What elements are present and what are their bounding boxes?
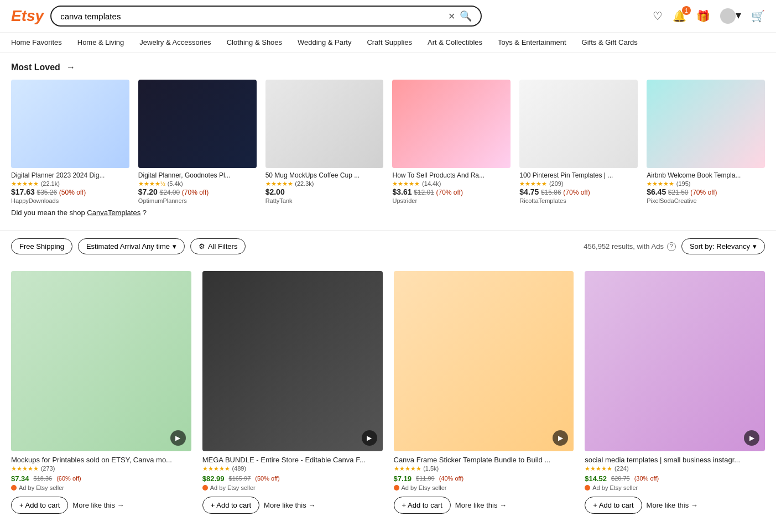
product-image[interactable]: ▶ — [585, 271, 765, 451]
product-image[interactable]: ▶ — [202, 271, 383, 451]
review-count: (224) — [614, 465, 629, 472]
add-to-cart-button[interactable]: + Add to cart — [394, 497, 451, 514]
most-loved-item[interactable]: How To Sell Products And Ra... ★★★★★ (14… — [392, 80, 511, 204]
most-loved-item[interactable]: 50 Mug MockUps Coffee Cup ... ★★★★★ (22.… — [265, 80, 384, 204]
ad-dot — [11, 485, 17, 491]
play-button[interactable]: ▶ — [170, 430, 186, 446]
price-current: $7.34 — [11, 474, 29, 483]
filter-icon: ⚙ — [199, 242, 205, 251]
nav-item-home-favorites[interactable]: Home Favorites — [11, 38, 62, 46]
product-rating: ★★★★★ (22.3k) — [265, 179, 384, 187]
product-image — [647, 80, 765, 168]
review-count: (273) — [41, 465, 55, 472]
search-input[interactable] — [60, 12, 448, 21]
notifications-icon[interactable]: 🔔 1 — [673, 9, 686, 23]
most-loved-item[interactable]: Digital Planner 2023 2024 Dig... ★★★★★ (… — [11, 80, 129, 204]
estimated-arrival-filter[interactable]: Estimated Arrival Any time ▾ — [78, 238, 185, 254]
more-like-this-button[interactable]: More like this → — [455, 501, 507, 509]
product-pricing: $4.75 $15.86 (70% off) — [519, 187, 638, 196]
play-button[interactable]: ▶ — [744, 430, 759, 446]
stars: ★★★★★ — [202, 465, 230, 472]
product-title: Canva Frame Sticker Template Bundle to B… — [394, 456, 574, 464]
all-filters-button[interactable]: ⚙ All Filters — [190, 238, 246, 254]
review-count: (22.1k) — [41, 180, 60, 187]
product-title: Digital Planner, Goodnotes Pl... — [138, 171, 257, 179]
favorites-icon[interactable]: ♡ — [653, 9, 663, 23]
product-rating: ★★★★½ (5.4k) — [138, 179, 257, 187]
search-icon[interactable]: 🔍 — [460, 10, 472, 22]
nav-item-clothing-&-shoes[interactable]: Clothing & Shoes — [227, 38, 282, 46]
product-card: ▶ Canva Frame Sticker Template Bundle to… — [394, 271, 574, 514]
did-you-mean-link[interactable]: CanvaTemplates — [87, 208, 140, 217]
nav-item-toys-&-entertainment[interactable]: Toys & Entertainment — [498, 38, 566, 46]
product-title: social media templates | small business … — [585, 456, 765, 464]
more-like-this-button[interactable]: More like this → — [264, 501, 315, 509]
product-image — [11, 80, 129, 168]
product-rating: ★★★★★ (1.5k) — [394, 464, 574, 472]
play-button[interactable]: ▶ — [553, 430, 568, 446]
clear-icon[interactable]: ✕ — [448, 11, 455, 22]
results-info: 456,952 results, with Ads ? — [584, 242, 676, 251]
stars: ★★★★★ — [519, 180, 547, 187]
more-like-this-button[interactable]: More like this → — [72, 501, 124, 509]
did-you-mean: Did you mean the shop CanvaTemplates ? — [0, 204, 776, 221]
add-to-cart-button[interactable]: + Add to cart — [11, 497, 68, 514]
price-current: $7.20 — [138, 187, 158, 196]
add-to-cart-button[interactable]: + Add to cart — [202, 497, 259, 514]
play-button[interactable]: ▶ — [362, 430, 377, 446]
price-original: $12.01 — [414, 189, 434, 196]
price-current: $3.61 — [392, 187, 412, 196]
price-current: $6.45 — [647, 187, 666, 196]
free-shipping-filter[interactable]: Free Shipping — [11, 238, 72, 254]
nav-item-art-&-collectibles[interactable]: Art & Collectibles — [428, 38, 482, 46]
add-to-cart-button[interactable]: + Add to cart — [585, 497, 642, 514]
nav-item-wedding-&-party[interactable]: Wedding & Party — [298, 38, 351, 46]
info-icon[interactable]: ? — [667, 242, 676, 251]
product-title: MEGA BUNDLE - Entire Store - Editable Ca… — [202, 456, 383, 464]
nav-item-jewelry-&-accessories[interactable]: Jewelry & Accessories — [139, 38, 211, 46]
product-pricing: $17.63 $35.26 (50% off) — [11, 187, 129, 196]
shop-name: PixelSodaCreative — [647, 197, 765, 204]
sort-button[interactable]: Sort by: Relevancy ▾ — [681, 238, 765, 254]
product-image[interactable]: ▶ — [11, 271, 191, 451]
price-discount: (70% off) — [563, 189, 590, 196]
most-loved-item[interactable]: Airbnb Welcome Book Templa... ★★★★★ (195… — [647, 80, 765, 204]
ad-dot — [585, 485, 590, 491]
product-pricing: $7.34 $18.36 (60% off) — [11, 474, 191, 483]
product-pricing: $7.20 $24.00 (70% off) — [138, 187, 257, 196]
product-image — [392, 80, 511, 168]
product-title: Airbnb Welcome Book Templa... — [647, 171, 765, 179]
header: Etsy ✕ 🔍 ♡ 🔔 1 🎁 ▾ 🛒 — [0, 0, 776, 33]
most-loved-title[interactable]: Most Loved → — [11, 61, 765, 73]
most-loved-item[interactable]: Digital Planner, Goodnotes Pl... ★★★★½ (… — [138, 80, 257, 204]
card-actions: + Add to cart More like this → — [394, 497, 574, 514]
stars: ★★★★★ — [647, 180, 674, 187]
product-rating: ★★★★★ (209) — [519, 179, 638, 187]
more-like-this-button[interactable]: More like this → — [647, 501, 698, 509]
account-icon[interactable]: ▾ — [720, 8, 741, 24]
review-count: (489) — [232, 465, 246, 472]
price-discount: (50% off) — [59, 189, 86, 196]
product-title: Digital Planner 2023 2024 Dig... — [11, 171, 129, 179]
notification-badge: 1 — [682, 6, 691, 15]
product-title: 50 Mug MockUps Coffee Cup ... — [265, 171, 384, 179]
card-actions: + Add to cart More like this → — [202, 497, 383, 514]
logo[interactable]: Etsy — [11, 7, 44, 25]
product-pricing: $2.00 — [265, 187, 384, 196]
product-title: How To Sell Products And Ra... — [392, 171, 511, 179]
product-rating: ★★★★★ (195) — [647, 179, 765, 187]
most-loved-item[interactable]: 100 Pinterest Pin Templates | ... ★★★★★ … — [519, 80, 638, 204]
product-rating: ★★★★★ (14.4k) — [392, 179, 511, 187]
nav-item-craft-supplies[interactable]: Craft Supplies — [367, 38, 412, 46]
nav-item-home-&-living[interactable]: Home & Living — [77, 38, 124, 46]
price-original: $165.97 — [229, 475, 251, 482]
product-card: ▶ MEGA BUNDLE - Entire Store - Editable … — [202, 271, 383, 514]
product-image[interactable]: ▶ — [394, 271, 574, 451]
product-card: ▶ social media templates | small busines… — [585, 271, 765, 514]
cart-icon[interactable]: 🛒 — [751, 9, 765, 23]
price-discount: (70% off) — [182, 189, 209, 196]
main-nav: Home FavoritesHome & LivingJewelry & Acc… — [0, 33, 776, 53]
filter-bar: Free Shipping Estimated Arrival Any time… — [0, 230, 776, 262]
nav-item-gifts-&-gift-cards[interactable]: Gifts & Gift Cards — [582, 38, 638, 46]
gift-icon[interactable]: 🎁 — [696, 9, 710, 23]
